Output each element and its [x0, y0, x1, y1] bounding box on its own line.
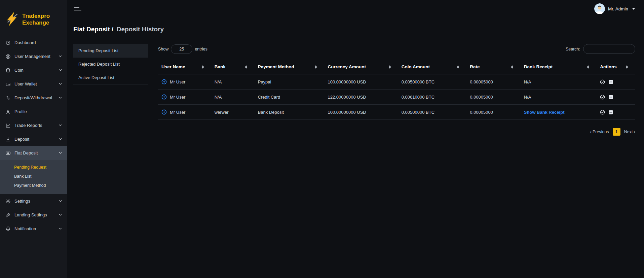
col-header-currency-amount[interactable]: Currency Amount [324, 60, 398, 74]
col-header-payment-method[interactable]: Payment Method [255, 60, 325, 74]
sort-icon[interactable] [315, 65, 317, 69]
cell-payment-method: Bank Deposit [255, 105, 325, 120]
sidebar-item-dashboard[interactable]: Dashboard [0, 36, 67, 49]
submenu-item-pending-request[interactable]: Pending Request [0, 163, 67, 172]
sidebar-item-user-wallet[interactable]: User Wallet [0, 77, 67, 91]
cell-coin-amount: 0.00610000 BTC [398, 90, 467, 105]
tab-rejected-deposit-list[interactable]: Rejected Deposit List [73, 58, 148, 71]
sidebar-item-deposit-withdrawal[interactable]: Deposit/Withdrawal [0, 91, 67, 105]
cell-bank: N/A [211, 74, 255, 90]
sidebar-item-label: Settings [14, 199, 30, 204]
col-header-bank[interactable]: Bank [211, 60, 255, 74]
submenu-item-label: Bank List [14, 174, 31, 179]
show-bank-receipt-link[interactable]: Show Bank Receipt [524, 110, 565, 115]
cell-currency-amount: 100.00000000 USD [324, 74, 398, 90]
approve-icon[interactable] [600, 110, 605, 115]
sidebar-item-label: Trade Reports [14, 123, 42, 128]
cell-currency-amount: 122.00000000 USD [324, 90, 398, 105]
chevron-down-icon [59, 199, 62, 203]
table-row: Mr User N/A Paypal 100.00000000 USD 0.00… [158, 74, 635, 90]
brand-logo[interactable]: Tradexpro Exchange [0, 0, 67, 36]
sort-icon[interactable] [626, 65, 628, 69]
chevron-down-icon [59, 213, 62, 217]
cell-coin-amount: 0.00500000 BTC [398, 74, 467, 90]
sort-icon[interactable] [202, 65, 204, 69]
brand-bolt-icon [5, 11, 20, 28]
app-root: Tradexpro Exchange Dashboard User Manage… [0, 0, 644, 278]
col-header-bank-receipt[interactable]: Bank Receipt [521, 60, 597, 74]
sidebar-item-deposit[interactable]: Deposit [0, 132, 67, 146]
page-title: Fiat Deposit / [73, 26, 113, 33]
show-label: Show [158, 47, 168, 51]
cell-rate: 0.00005000 [466, 74, 521, 90]
table-row: Mr User werwer Bank Deposit 100.00000000… [158, 105, 635, 120]
main-area: Mr. Admin Fiat Deposit / Deposit History… [67, 0, 644, 278]
tab-active-deposit-list[interactable]: Active Deposit List [73, 71, 148, 84]
col-header-rate[interactable]: Rate [466, 60, 521, 74]
tab-label: Rejected Deposit List [78, 62, 120, 67]
chevron-down-icon [59, 68, 62, 72]
table-controls: Show 25 entries Search: [158, 44, 635, 54]
reject-icon[interactable] [608, 79, 613, 84]
approve-icon[interactable] [600, 79, 605, 84]
cell-bank: N/A [211, 90, 255, 105]
search-group: Search: [566, 44, 635, 54]
chevron-down-icon [59, 124, 62, 127]
cell-bank-receipt: N/A [521, 74, 597, 90]
fiat-deposit-submenu: Pending Request Bank List Payment Method [0, 160, 67, 194]
user-name: Mr. Admin [608, 6, 628, 11]
cell-rate: 0.00005000 [466, 105, 521, 120]
sidebar-group-fiat-deposit: Fiat Deposit Pending Request Bank List P… [0, 146, 67, 194]
table-area: Show 25 entries Search: [153, 44, 635, 136]
search-input[interactable] [583, 44, 635, 54]
brand-name: Tradexpro Exchange [22, 13, 50, 27]
cell-coin-amount: 0.00500000 BTC [398, 105, 467, 120]
col-header-coin-amount[interactable]: Coin Amount [398, 60, 467, 74]
sidebar-item-profile[interactable]: Profile [0, 105, 67, 118]
sidebar-item-landing-settings[interactable]: Landing Settings [0, 208, 67, 222]
reject-icon[interactable] [608, 110, 613, 115]
hamburger-menu-icon[interactable] [73, 6, 82, 12]
sidebar-item-fiat-deposit[interactable]: Fiat Deposit [0, 146, 67, 160]
sort-icon[interactable] [511, 65, 513, 69]
deposit-table: User Name Bank Payment Method Currency A… [158, 60, 635, 120]
expand-row-icon[interactable] [161, 79, 167, 84]
table-header-row: User Name Bank Payment Method Currency A… [158, 60, 635, 74]
col-header-user-name[interactable]: User Name [158, 60, 211, 74]
sidebar-item-user-management[interactable]: User Management [0, 49, 67, 63]
sort-icon[interactable] [587, 65, 589, 69]
avatar [594, 3, 605, 14]
cell-user-name: Mr User [170, 79, 185, 84]
expand-row-icon[interactable] [161, 109, 167, 115]
sidebar-item-settings[interactable]: Settings [0, 194, 67, 208]
current-page-button[interactable]: 1 [613, 128, 620, 136]
sidebar-item-notification[interactable]: Notification [0, 222, 67, 236]
sidebar-item-label: Landing Settings [14, 212, 47, 217]
trade-reports-icon [5, 123, 11, 128]
sort-icon[interactable] [389, 65, 391, 69]
cell-rate: 0.00005000 [466, 90, 521, 105]
entries-select[interactable]: 25 [171, 44, 192, 54]
sidebar-item-coin[interactable]: Coin [0, 63, 67, 77]
tab-label: Pending Deposit List [78, 48, 118, 53]
cell-currency-amount: 100.00000000 USD [324, 105, 398, 120]
sidebar-item-label: Deposit [14, 137, 29, 142]
cell-bank-receipt: N/A [521, 90, 597, 105]
reject-icon[interactable] [608, 95, 613, 100]
col-header-actions[interactable]: Actions [597, 60, 635, 74]
tab-pending-deposit-list[interactable]: Pending Deposit List [73, 44, 148, 58]
sidebar-item-label: User Wallet [14, 81, 37, 86]
sort-icon[interactable] [245, 65, 247, 69]
approve-icon[interactable] [600, 95, 605, 100]
show-entries-group: Show 25 entries [158, 44, 207, 54]
expand-row-icon[interactable] [161, 94, 167, 100]
submenu-item-label: Payment Method [14, 183, 46, 188]
user-management-icon [5, 54, 11, 59]
submenu-item-bank-list[interactable]: Bank List [0, 172, 67, 181]
previous-page-button[interactable]: ‹ Previous [590, 130, 609, 134]
sidebar-item-trade-reports[interactable]: Trade Reports [0, 118, 67, 132]
sort-icon[interactable] [457, 65, 459, 69]
user-menu[interactable]: Mr. Admin [594, 3, 635, 14]
next-page-button[interactable]: Next › [624, 130, 635, 134]
submenu-item-payment-method[interactable]: Payment Method [0, 181, 67, 190]
